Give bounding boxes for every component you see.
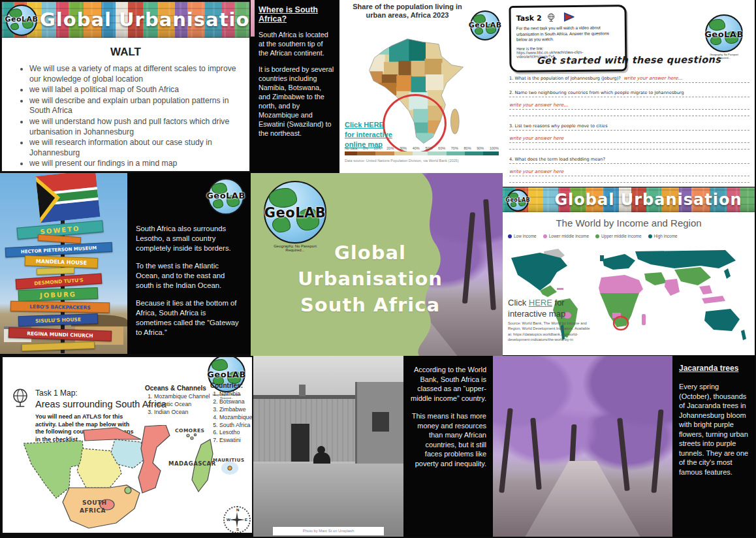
chart-title: Share of the population living in urban … xyxy=(346,3,469,20)
photo-jacaranda-street xyxy=(493,356,672,537)
answer-area[interactable]: write your answer here xyxy=(509,168,563,174)
jacaranda-photo xyxy=(493,356,672,537)
photo-edge-sliver xyxy=(251,0,255,37)
southern-africa-map xyxy=(5,425,253,532)
geolab-logo-text: GeoLAB xyxy=(206,370,247,379)
map-label-south: SOUTH xyxy=(82,499,107,506)
panel-paragraph: Every spring (October), thousands of Jac… xyxy=(679,382,752,477)
link-line[interactable]: for interactive xyxy=(345,130,392,140)
sign-joburg: JOBURG xyxy=(18,287,99,302)
walt-bullet: we will label a political map of South A… xyxy=(29,85,238,95)
color-scale-bar xyxy=(345,151,499,155)
interactive-map-link: Click HERE for interactive map xyxy=(508,297,565,320)
chart-title: The World by Income and Region xyxy=(503,217,755,229)
geolab-logo: GeoLAB Geography. No Passport Required..… xyxy=(705,14,743,59)
task2-title: Task 2 xyxy=(516,14,542,22)
geolab-logo-text: GeoLAB xyxy=(206,191,246,200)
walt-bullet: We will use a variety of maps at differe… xyxy=(29,64,238,84)
geolab-logo: GeoLAB xyxy=(507,189,529,212)
data-source-note: Data source: United Nations Population D… xyxy=(345,159,458,163)
legend-dot-high-income xyxy=(648,234,652,238)
answer-line[interactable] xyxy=(509,143,749,150)
question-text: 4. What does the term load shedding mean… xyxy=(509,157,605,162)
sign-small xyxy=(22,341,95,351)
countries-heading: Countries: xyxy=(210,382,253,389)
question-row: 4. What does the term load shedding mean… xyxy=(509,151,749,187)
ocean-item: Indian Ocean xyxy=(154,409,217,417)
panel-paragraph: South Africa also surrounds Lesotho, a s… xyxy=(136,224,243,253)
ocean-item: Atlantic Ocean xyxy=(154,401,217,409)
question-text: 3. List two reasons why people move to c… xyxy=(509,123,608,129)
question-row: 2. Name two neighbouring countries from … xyxy=(509,85,749,116)
country-item: Zimbabwe xyxy=(219,406,253,414)
panel-where-is-south-africa: Where is South Africa? South Africa is l… xyxy=(251,0,339,173)
panel-lesotho-oceans: GeoLAB South Africa also surrounds Lesot… xyxy=(127,173,251,354)
ocean-item: Mozambique Channel xyxy=(154,393,217,401)
answer-area[interactable]: write your answer here... xyxy=(623,75,682,81)
oceans-heading: Oceans & Channels xyxy=(145,385,217,392)
answer-area[interactable]: write your answer here xyxy=(509,135,563,141)
country-item: Namibia xyxy=(219,390,253,398)
window xyxy=(372,412,389,432)
answer-line[interactable] xyxy=(509,176,749,183)
task2-instructions: For the next task you will watch a video… xyxy=(516,25,620,43)
geolab-logo: GeoLAB xyxy=(208,178,244,215)
interactive-map-link: Click HERE for interactive online map xyxy=(345,120,392,150)
sign-mandela-house: MANDELA HOUSE xyxy=(25,255,98,268)
slide-banner-title: Global Urbanisation xyxy=(522,191,755,209)
colorful-houses-banner: Global Urbanisation xyxy=(503,187,755,212)
country-item: Botswana xyxy=(219,398,253,406)
panel-jacaranda-trees: Jacaranda trees Every spring (October), … xyxy=(672,356,755,537)
data-source-note: Source: World Bank, The World by Income … xyxy=(508,321,591,343)
photo-township-bw: Photo by Marc St on Unsplash xyxy=(253,356,403,537)
legend-item: Low income xyxy=(508,234,537,238)
photo-soweto-signpost: SOWETO HECTOR PIETERSON MUSEUM MANDELA H… xyxy=(0,173,127,354)
map-label-madagascar: MADAGASCAR xyxy=(168,460,216,467)
legend-item: High income xyxy=(648,234,678,238)
south-africa-flag xyxy=(35,173,100,223)
legend-item: Upper middle income xyxy=(595,234,641,238)
answer-area[interactable]: write your answer here... xyxy=(509,102,568,108)
geolab-logo: GeoLAB xyxy=(470,10,500,40)
panel-paragraph: This means it has more money and resourc… xyxy=(409,411,486,468)
play-icon[interactable] xyxy=(563,12,574,22)
sign-lebos-backpackers: LEBO'S BACKPACKERS xyxy=(10,301,110,313)
legend-item: Lower middle income xyxy=(543,234,589,238)
link-line[interactable]: Click HERE xyxy=(345,120,392,130)
slide-title-global-urbanisation: GeoLAB Geography. No Passport Required..… xyxy=(251,173,503,356)
here-link[interactable]: HERE xyxy=(529,298,552,308)
geolab-logo-text: GeoLAB xyxy=(505,197,529,203)
presentation-title: Global Urbanisation South Africa xyxy=(285,240,456,318)
sign-hector-pieterson: HECTOR PIETERSON MUSEUM xyxy=(5,242,113,258)
panel-paragraph: According to the World Bank, South Afric… xyxy=(409,365,486,403)
walt-bullet: we will understand how push and pull fac… xyxy=(29,117,238,137)
answer-line[interactable] xyxy=(509,183,749,187)
task1-title: Task 1 Map: xyxy=(35,388,78,398)
map-legend: Low income Lower middle income Upper mid… xyxy=(508,234,755,238)
globe-sketch-icon xyxy=(12,388,29,408)
legend-dot-low-income xyxy=(508,234,512,238)
geolab-logo-text: GeoLAB xyxy=(469,21,502,29)
walt-bullet: we will present our findings in a mind m… xyxy=(29,159,238,169)
geolab-logo-text: GeoLAB xyxy=(703,29,745,39)
legend-dot-lower-middle xyxy=(543,234,547,238)
slide-africa-urban-map: Share of the population living in urban … xyxy=(339,0,503,173)
worksheet-task2: Task 2 For the next task you will watch … xyxy=(503,0,755,187)
title-line: South Africa xyxy=(285,292,456,318)
doorway xyxy=(291,424,309,462)
question-list: 1. What is the population of Johannesbur… xyxy=(509,71,749,187)
sign-small xyxy=(37,267,74,275)
question-text: 2. Name two neighbouring countries from … xyxy=(509,90,684,95)
panel-paragraph: It is bordered by several countries incl… xyxy=(259,65,334,138)
worksheet-task1-map: GeoLAB Geography. No Passport Required..… xyxy=(1,356,253,534)
slide-world-income-map: Global Urbanisation GeoLAB The World by … xyxy=(503,187,755,355)
panel-paragraph: South Africa is located at the southern … xyxy=(259,30,334,57)
panel-paragraph: To the west is the Atlantic Ocean, and t… xyxy=(136,261,243,291)
map-label-comores: COMORES xyxy=(175,428,205,434)
panel-title: Where is South Africa? xyxy=(259,5,334,24)
photo-credit: Photo by Marc St on Unsplash xyxy=(273,527,384,535)
slide-banner-title: Global Urbanisation xyxy=(28,8,250,31)
panel-world-bank-income: According to the World Bank, South Afric… xyxy=(403,356,493,537)
answer-line[interactable] xyxy=(509,110,749,116)
walt-bullet: we will describe and explain urban popul… xyxy=(29,96,238,116)
